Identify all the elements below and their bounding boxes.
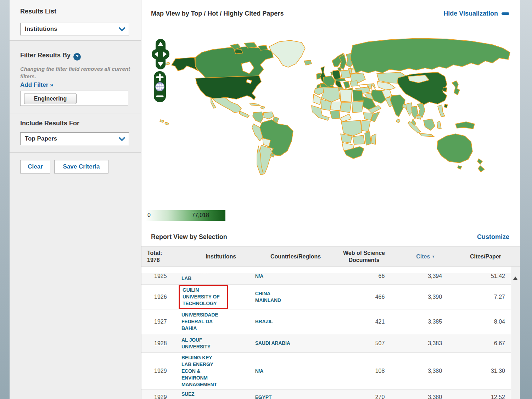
table-row[interactable]: 1925 SIMULATES LAB N/A 66 3,394 51.42 [141, 273, 511, 284]
sidebar-divider [10, 40, 141, 41]
add-filter-link[interactable]: Add Filter » [20, 81, 54, 89]
choropleth-legend: 0 77,018 [146, 210, 225, 221]
table-scrollbar[interactable] [511, 267, 520, 399]
filter-sidebar: Results List Institutions Filter Results… [10, 0, 141, 399]
column-header-total: Total: 1978 [141, 250, 181, 264]
map-zoom-control[interactable] [154, 71, 166, 102]
map-header: Map View by Top / Hot / Highly Cited Pap… [141, 0, 520, 31]
filter-note: Changing the filter field removes all cu… [20, 65, 131, 80]
results-list-select[interactable]: Institutions [20, 23, 129, 35]
map-view-title: Map View by Top / Hot / Highly Cited Pap… [151, 10, 284, 17]
help-icon[interactable]: ? [73, 53, 81, 61]
institution-link[interactable]: SUEZ [181, 391, 220, 398]
active-filters-box: Engineering [20, 91, 128, 106]
country-link[interactable]: EGYPT [255, 394, 291, 399]
include-results-heading: Include Results For [20, 120, 79, 127]
institution-link[interactable]: UNIVERSIDADE FEDERAL DA BAHIA [181, 312, 220, 332]
report-table-body: 1925 SIMULATES LAB N/A 66 3,394 51.42 19… [141, 267, 520, 399]
column-header-documents[interactable]: Web of Science Documents [331, 250, 397, 264]
esi-results-page: Results List Institutions Filter Results… [0, 0, 532, 399]
filter-chip-engineering[interactable]: Engineering [24, 93, 77, 104]
results-list-selected-value: Institutions [25, 25, 57, 33]
legend-min-label: 0 [147, 212, 151, 218]
table-row[interactable]: 1929 SUEZ EGYPT 270 3,380 12.52 [141, 389, 511, 399]
right-edge-strip[interactable] [520, 0, 532, 399]
results-list-heading: Results List [20, 8, 56, 15]
save-criteria-button[interactable]: Save Criteria [54, 160, 108, 173]
left-edge-strip [0, 0, 10, 399]
table-row[interactable]: 1929 BEIJING KEY LAB ENERGY ECON & ENVIR… [141, 352, 511, 389]
country-link[interactable]: BRAZIL [255, 318, 291, 325]
sidebar-divider [10, 114, 141, 114]
clear-button[interactable]: Clear [20, 160, 50, 173]
report-table-header: Total: 1978 Institutions Countries/Regio… [141, 246, 520, 267]
table-scroll-viewport[interactable]: 1925 SIMULATES LAB N/A 66 3,394 51.42 19… [141, 273, 511, 399]
report-bar: Report View by Selection Customize [141, 227, 520, 246]
chevron-down-icon[interactable] [115, 23, 129, 35]
main-panel: Map View by Top / Hot / Highly Cited Pap… [141, 0, 520, 399]
hide-visualization-link[interactable]: Hide Visualization [443, 10, 509, 17]
country-link[interactable]: CHINA MAINLAND [255, 290, 291, 304]
include-results-select[interactable]: Top Papers [20, 132, 129, 145]
table-row[interactable]: 1927 UNIVERSIDADE FEDERAL DA BAHIA BRAZI… [141, 309, 511, 334]
institution-link[interactable]: BEIJING KEY LAB ENERGY ECON & ENVIRONM M… [181, 354, 220, 388]
map-area: 0 77,018 [141, 31, 520, 227]
column-header-countries[interactable]: Countries/Regions [260, 253, 331, 260]
filter-results-heading: Filter Results By? [20, 52, 81, 61]
sidebar-divider [10, 152, 141, 153]
chevron-down-icon[interactable] [115, 133, 129, 145]
world-choropleth-map[interactable] [141, 31, 520, 227]
table-row[interactable]: 1926 GUILIN UNIVERSITY OF TECHNOLOGY CHI… [141, 284, 511, 309]
institution-link[interactable]: GUILIN UNIVERSITY OF TECHNOLOGY [183, 287, 224, 307]
highlight-box-red: GUILIN UNIVERSITY OF TECHNOLOGY [179, 285, 228, 309]
include-results-selected-value: Top Papers [25, 135, 57, 142]
map-pan-control[interactable] [151, 39, 170, 69]
column-header-cites-paper[interactable]: Cites/Paper [454, 253, 517, 260]
legend-max-label: 77,018 [192, 212, 209, 218]
report-view-title: Report View by Selection [151, 233, 227, 241]
country-link[interactable]: N/A [255, 368, 291, 375]
sort-desc-icon: ▼ [432, 255, 435, 258]
table-row[interactable]: 1928 AL JOUF UNIVERSITY SAUDI ARABIA 507… [141, 334, 511, 352]
country-link[interactable]: SAUDI ARABIA [255, 340, 291, 347]
customize-link[interactable]: Customize [477, 233, 509, 241]
minus-icon[interactable] [502, 12, 509, 15]
column-header-institutions[interactable]: Institutions [181, 253, 260, 260]
country-link[interactable]: N/A [255, 273, 264, 280]
scroll-up-icon[interactable] [513, 277, 517, 280]
institution-link[interactable]: AL JOUF UNIVERSITY [181, 337, 220, 350]
institution-link[interactable]: SIMULATES LAB [181, 273, 220, 282]
column-header-cites[interactable]: Cites ▼ [397, 253, 454, 260]
